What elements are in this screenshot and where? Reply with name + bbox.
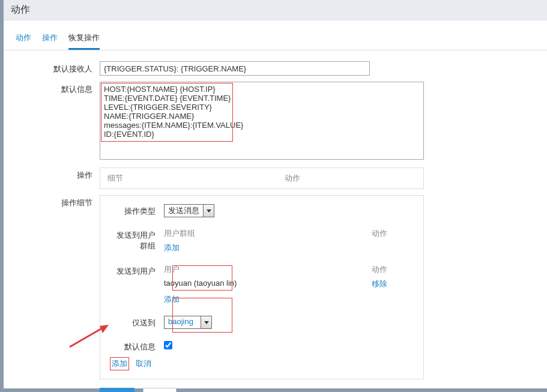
send-group-label: 发送到用户群组 — [110, 228, 164, 252]
default-msg-checkbox[interactable] — [164, 341, 172, 349]
detail-add-cancel-row: 添加 取消 — [110, 357, 414, 370]
op-type-label: 操作类型 — [110, 204, 164, 217]
user-col-action: 动作 — [372, 264, 414, 275]
sendto-value: baojing — [165, 316, 201, 328]
user-add-link[interactable]: 添加 — [164, 295, 180, 304]
operations-col-action: 动作 — [279, 169, 422, 187]
op-type-select[interactable]: 发送消息 — [164, 204, 214, 217]
default-recipient-label: 默认接收人 — [16, 61, 100, 74]
group-add-link[interactable]: 添加 — [164, 243, 180, 252]
user-table-row: taoyuan (taoyuan lin) 移除 — [164, 279, 414, 289]
operation-detail-box: 操作类型 发送消息 发送到用户群组 用户群组 — [100, 195, 424, 379]
operations-table: 细节 动作 — [100, 167, 424, 189]
user-row-name: taoyuan (taoyuan lin) — [164, 279, 372, 289]
user-table: 用户 动作 taoyuan (taoyuan lin) 移除 添加 — [164, 264, 414, 305]
default-recipient-input[interactable] — [100, 61, 370, 76]
chevron-down-icon — [203, 205, 214, 217]
group-col-group: 用户群组 — [164, 228, 372, 239]
page-title: 动作 — [4, 0, 547, 20]
detail-cancel-link[interactable]: 取消 — [136, 359, 151, 368]
default-message-textarea[interactable] — [100, 82, 424, 160]
operations-col-detail: 细节 — [101, 169, 277, 187]
sendto-label: 仅送到 — [110, 316, 164, 328]
user-remove-link[interactable]: 移除 — [372, 279, 387, 288]
chevron-down-icon — [201, 316, 211, 328]
default-message-label: 默认信息 — [16, 82, 100, 95]
default-msg-chk-label: 默认信息 — [110, 340, 164, 352]
op-type-value: 发送消息 — [165, 205, 203, 217]
send-user-label: 发送到用户 — [110, 264, 164, 277]
detail-add-link[interactable]: 添加 — [112, 359, 127, 368]
user-col-user: 用户 — [164, 264, 372, 275]
group-table: 用户群组 动作 添加 — [164, 228, 414, 253]
tab-operations[interactable]: 操作 — [42, 32, 58, 50]
cancel-button[interactable]: 取消 — [143, 388, 177, 392]
opdetail-label: 操作细节 — [16, 195, 100, 208]
sendto-select[interactable]: baojing — [164, 316, 212, 329]
tab-actions[interactable]: 动作 — [16, 32, 31, 50]
tab-recovery-ops[interactable]: 恢复操作 — [68, 32, 100, 50]
group-col-action: 动作 — [372, 228, 414, 239]
tabs: 动作 操作 恢复操作 — [4, 20, 547, 50]
add-button[interactable]: 添加 — [100, 388, 134, 392]
operations-label: 操作 — [16, 167, 100, 181]
